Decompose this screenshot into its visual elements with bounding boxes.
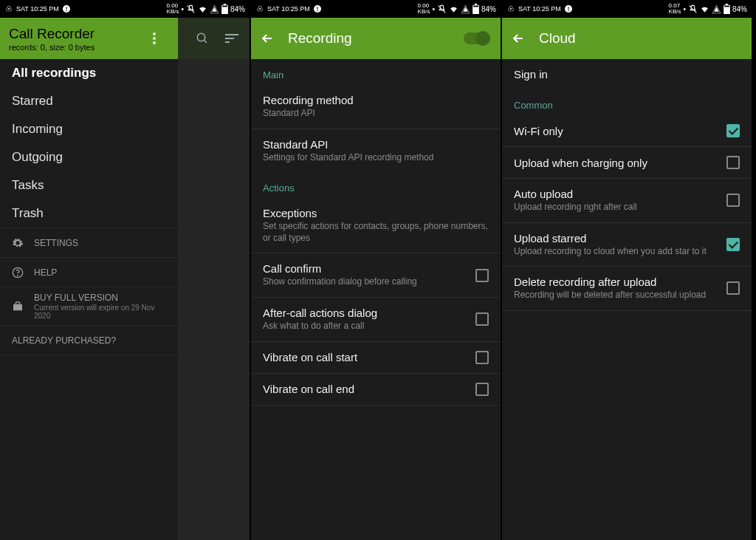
app-bar: Call Recorder records: 0, size: 0 bytes [0,18,250,59]
page-title: Cloud [539,30,743,47]
briefcase-icon [12,301,24,312]
recording-toggle[interactable] [464,33,489,44]
status-time: SAT 10:25 PM [16,5,59,13]
section-common: Common [502,89,752,115]
svg-rect-23 [475,4,478,5]
svg-rect-14 [225,41,230,43]
checkbox-charging-only[interactable] [726,156,740,169]
biohazard-icon [4,4,13,13]
battery-icon [221,4,228,14]
mute-icon [437,4,447,14]
svg-point-10 [197,33,205,41]
more-button[interactable] [140,24,169,53]
page-title: Recording [288,30,464,47]
notification-icon [62,4,71,13]
svg-rect-6 [222,6,227,7]
screen-cloud: SAT 10:25 PM 0.07KB/s • 84% Cloud Sign i… [502,0,753,540]
signal-icon [461,4,470,14]
help-label: HELP [34,267,57,278]
nav-purchased[interactable]: ALREADY PURCHASED? [0,326,178,355]
svg-rect-20 [317,7,317,10]
svg-point-7 [153,33,156,35]
svg-rect-5 [224,4,227,5]
setting-delete-after-upload[interactable]: Delete recording after upload Recording … [502,267,752,311]
svg-point-25 [510,8,512,10]
svg-point-8 [153,37,156,40]
svg-point-18 [259,8,261,10]
nav-settings[interactable]: SETTINGS [0,228,178,258]
status-time: SAT 10:25 PM [518,5,561,13]
svg-rect-30 [726,4,729,5]
setting-vibrate-end[interactable]: Vibrate on call end [251,374,501,406]
purchased-label: ALREADY PURCHASED? [12,335,116,346]
notification-icon [313,4,322,13]
svg-rect-2 [66,7,66,10]
setting-upload-starred[interactable]: Upload starred Upload recording to cloud… [502,223,752,267]
notification-icon [564,4,573,13]
checkbox-vibrate-end[interactable] [475,383,489,396]
setting-vibrate-start[interactable]: Vibrate on call start [251,342,501,374]
checkbox-wifi-only[interactable] [726,124,740,137]
battery-pct: 84% [481,5,496,13]
help-icon [12,267,24,278]
svg-point-9 [153,41,156,44]
setting-charging-only[interactable]: Upload when charging only [502,147,752,179]
nav-all-recordings[interactable]: All recordings [0,59,178,87]
setting-standard-api[interactable]: Standard API Settings for Standard API r… [251,129,501,173]
app-bar: Cloud [502,18,752,59]
app-subtitle: records: 0, size: 0 bytes [9,43,140,52]
wifi-icon [198,4,207,14]
biohazard-icon [255,4,264,13]
checkbox-delete-after-upload[interactable] [726,281,740,295]
checkbox-vibrate-start[interactable] [475,351,489,364]
setting-call-confirm[interactable]: Call confirm Show confirmation dialog be… [251,253,501,298]
back-button[interactable] [511,31,526,46]
svg-point-0 [8,8,10,10]
checkbox-call-confirm[interactable] [475,269,489,282]
app-title: Call Recorder [9,26,140,42]
sort-button[interactable] [217,24,247,53]
wifi-icon [700,4,709,14]
svg-point-16 [18,275,18,276]
screen-main: SAT 10:25 PM 0.00KB/s • 84% Call Recorde… [0,0,251,540]
battery-pct: 84% [732,5,747,13]
status-bar: SAT 10:25 PM 0.00KB/s • 84% [251,0,501,18]
buy-sublabel: Current version will expire on 29 Nov 20… [34,304,166,320]
net-speed: 0.00KB/s [167,3,179,15]
nav-help[interactable]: HELP [0,258,178,287]
setting-auto-upload[interactable]: Auto upload Upload recording right after… [502,179,752,223]
checkbox-upload-starred[interactable] [726,238,740,251]
svg-rect-31 [724,6,729,7]
status-bar: SAT 10:25 PM 0.07KB/s • 84% [502,0,752,18]
nav-outgoing[interactable]: Outgoing [0,143,178,171]
setting-recording-method[interactable]: Recording method Standard API [251,85,501,129]
nav-incoming[interactable]: Incoming [0,115,178,143]
status-bar: SAT 10:25 PM 0.00KB/s • 84% [0,0,250,18]
signal-icon [210,4,219,14]
checkbox-after-call[interactable] [475,312,489,326]
setting-after-call[interactable]: After-call actions dialog Ask what to do… [251,298,501,342]
section-main: Main [251,59,501,85]
nav-trash[interactable]: Trash [0,199,178,228]
section-actions: Actions [251,172,501,198]
settings-label: SETTINGS [34,238,78,248]
back-button[interactable] [260,31,275,46]
setting-signin[interactable]: Sign in [502,59,752,89]
checkbox-auto-upload[interactable] [726,194,740,207]
buy-label: BUY FULL VERSION [34,293,166,303]
app-bar: Recording [251,18,501,59]
svg-rect-13 [225,38,234,39]
setting-exceptions[interactable]: Exceptions Set specific actions for cont… [251,198,501,253]
battery-pct: 84% [230,5,245,13]
battery-icon [472,4,479,14]
setting-wifi-only[interactable]: Wi-Fi only [502,115,752,147]
mute-icon [186,4,196,14]
svg-point-21 [317,10,318,12]
nav-starred[interactable]: Starred [0,87,178,115]
nav-buy[interactable]: BUY FULL VERSION Current version will ex… [0,287,178,326]
search-button[interactable] [188,24,217,53]
biohazard-icon [506,4,515,13]
status-time: SAT 10:25 PM [267,5,310,13]
nav-tasks[interactable]: Tasks [0,171,178,199]
gear-icon [12,237,24,249]
